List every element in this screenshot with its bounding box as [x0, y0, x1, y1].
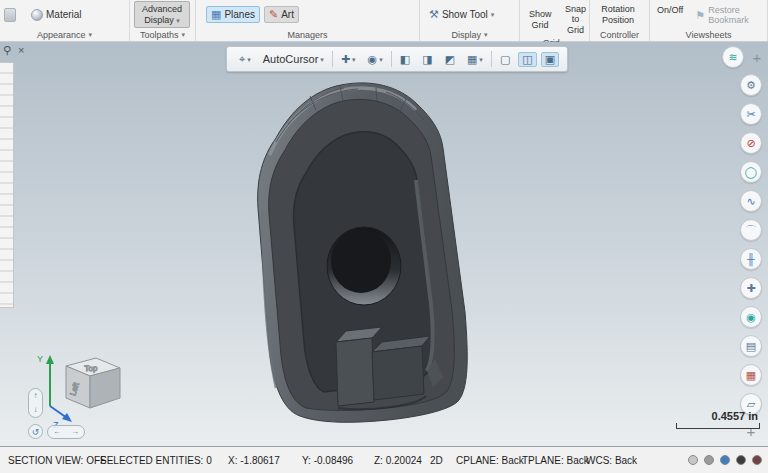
- grid-icon: ▦: [746, 369, 756, 382]
- wcs-selector[interactable]: WCS: Back: [586, 455, 637, 466]
- cursor-x-value: -1.80617: [240, 455, 279, 466]
- cplane-selector[interactable]: CPLANE: Back: [456, 455, 524, 466]
- select-box-icon: ▢: [500, 54, 510, 65]
- sheet-icon: ▱: [747, 398, 755, 411]
- select-solid-button[interactable]: ▣: [541, 52, 559, 67]
- view-cube[interactable]: Top Left: [66, 358, 120, 408]
- snap-to-grid-button[interactable]: Snap to Grid: [560, 1, 591, 38]
- on-off-button[interactable]: On/Off: [654, 3, 686, 17]
- scissors-icon: ✂: [746, 108, 755, 121]
- pan-stepper[interactable]: ← →: [47, 425, 85, 439]
- ribbon-group-toolpaths: Advanced Display ▾ Toolpaths ▾: [130, 0, 196, 41]
- collapsed-manager-panel[interactable]: [0, 62, 14, 308]
- art-toggle-button[interactable]: ✎ Art: [264, 6, 299, 23]
- status-dot-4: [736, 455, 746, 465]
- status-dot-3: [720, 455, 730, 465]
- group-label-display[interactable]: Display ▾: [420, 28, 519, 41]
- zoom-stepper[interactable]: ↑ ↓: [28, 388, 43, 418]
- arrow-up-icon[interactable]: ↑: [34, 392, 38, 400]
- selection-option-button-1[interactable]: ◧: [396, 52, 414, 67]
- status-indicators: [688, 455, 762, 465]
- right-toolbar-button-gear[interactable]: ⚙: [740, 74, 762, 96]
- right-toolbar-button-scissors[interactable]: ✂: [740, 103, 762, 125]
- mode-2d-toggle[interactable]: 2D: [430, 455, 443, 466]
- right-toolbar-button-spline[interactable]: ∿: [740, 190, 762, 212]
- cursor-y-value: -0.08496: [314, 455, 353, 466]
- right-toolbar-button-layers[interactable]: ≋: [722, 46, 744, 68]
- half-square-diagonal-icon: ◩: [445, 54, 455, 65]
- group-label-toolpaths[interactable]: Toolpaths ▾: [130, 28, 195, 41]
- point-style-button[interactable]: ✚ ▾: [337, 52, 360, 67]
- chevron-down-icon: ▾: [320, 56, 324, 63]
- part-model[interactable]: [236, 80, 486, 432]
- right-toolbar-button-stack[interactable]: ▤: [740, 335, 762, 357]
- advanced-display-button[interactable]: Advanced Display ▾: [134, 1, 190, 28]
- toolbar-separator: [332, 51, 333, 67]
- restore-bookmark-button[interactable]: ⚑ Restore Bookmark: [692, 3, 763, 27]
- clipped-toolbar-icon[interactable]: [4, 8, 16, 22]
- right-toolbar-button-grid[interactable]: ▦: [740, 364, 762, 386]
- material-button[interactable]: Material: [26, 6, 87, 24]
- point-icon: ✚: [341, 54, 350, 65]
- group-label-viewsheets: Viewsheets: [650, 28, 767, 41]
- spline-icon: ∿: [746, 195, 755, 208]
- selection-option-button-3[interactable]: ◩: [441, 52, 459, 67]
- status-dot-5: [752, 455, 762, 465]
- scale-label: 0.4557 in: [676, 410, 760, 422]
- toolbar-separator: [391, 51, 392, 67]
- group-label-appearance[interactable]: Appearance ▾: [0, 28, 129, 41]
- snap-settings-button[interactable]: ◉ ▾: [364, 52, 387, 67]
- show-grid-button[interactable]: Show Grid: [524, 6, 556, 33]
- pin-icon[interactable]: ⚲: [3, 44, 11, 57]
- bookmark-icon: ⚑: [695, 10, 705, 21]
- chevron-down-icon: ▾: [176, 17, 180, 24]
- select-box-button[interactable]: ▢: [496, 52, 514, 67]
- boss-front-face: [336, 338, 374, 406]
- right-toolbar-button-disable[interactable]: ⊘: [740, 132, 762, 154]
- cursor-x-field[interactable]: X: -1.80617: [228, 455, 280, 466]
- arrow-right-icon[interactable]: →: [71, 428, 79, 436]
- ribbon: Material Appearance ▾ Advanced Display ▾…: [0, 0, 768, 42]
- arrow-down-icon[interactable]: ↓: [34, 406, 38, 414]
- chevron-down-icon: ▾: [491, 11, 495, 18]
- add-toolbar-button-top[interactable]: +: [748, 48, 766, 66]
- tplane-selector[interactable]: TPLANE: Back: [522, 455, 589, 466]
- selected-entities-status: SELECTED ENTITIES: 0: [100, 455, 212, 466]
- pan-icon: ✚: [746, 282, 755, 295]
- selection-option-button-2[interactable]: ◨: [418, 52, 436, 67]
- snap-icon: ◉: [368, 54, 378, 65]
- chevron-down-icon: ▾: [484, 31, 488, 38]
- select-window-button[interactable]: ◫: [518, 52, 536, 67]
- plus-icon: +: [753, 49, 762, 66]
- arrow-left-icon[interactable]: ←: [53, 428, 61, 436]
- right-toolbar-button-sphere[interactable]: ◉: [740, 306, 762, 328]
- chevron-down-icon: ▾: [352, 56, 356, 63]
- autocursor-dropdown[interactable]: AutoCursor ▾: [259, 51, 328, 67]
- boss-step-front: [372, 346, 424, 400]
- chevron-down-icon: ▾: [479, 56, 483, 63]
- viewport[interactable]: ⚲ × ⌖ ▾ AutoCursor ▾ ✚ ▾ ◉ ▾ ◧ ◨ ◩: [0, 42, 768, 446]
- ribbon-group-grid: Show Grid Snap to Grid Grid ▾: [520, 0, 590, 41]
- cursor-mode-button[interactable]: ⌖ ▾: [235, 52, 255, 67]
- planes-icon: ▦: [211, 9, 221, 20]
- cursor-y-field[interactable]: Y: -0.08496: [302, 455, 353, 466]
- cursor-z-field[interactable]: Z: 0.20024: [374, 455, 422, 466]
- right-toolbar-button-arc[interactable]: ⌒: [740, 219, 762, 241]
- stack-icon: ▤: [746, 340, 756, 353]
- y-axis-label: Y: [37, 354, 43, 364]
- right-toolbar-button-pan[interactable]: ✚: [740, 277, 762, 299]
- close-icon[interactable]: ×: [18, 44, 24, 57]
- clamp-icon: ╫: [747, 253, 755, 265]
- autocursor-toolbar: ⌖ ▾ AutoCursor ▾ ✚ ▾ ◉ ▾ ◧ ◨ ◩ ▦ ▾: [226, 46, 568, 72]
- ribbon-group-controller: Rotation Position Controller: [590, 0, 650, 41]
- rotate-view-button[interactable]: ↺: [28, 424, 43, 439]
- select-window-icon: ◫: [522, 54, 532, 65]
- rotation-position-button[interactable]: Rotation Position: [594, 1, 642, 28]
- material-sphere-icon: [31, 9, 43, 21]
- planes-toggle-button[interactable]: ▦ Planes: [206, 6, 260, 23]
- grid-options-button[interactable]: ▦ ▾: [463, 52, 487, 67]
- right-toolbar-button-circle[interactable]: ◯: [740, 161, 762, 183]
- show-tool-button[interactable]: ⚒ Show Tool ▾: [424, 6, 499, 23]
- scale-line: [676, 423, 760, 429]
- right-toolbar-button-clamp[interactable]: ╫: [740, 248, 762, 270]
